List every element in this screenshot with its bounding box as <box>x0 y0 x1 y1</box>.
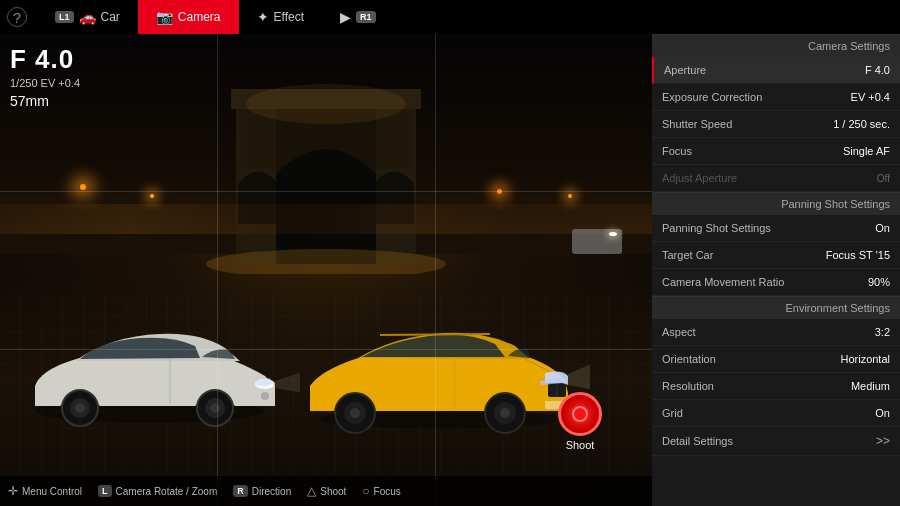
svg-point-7 <box>246 84 406 124</box>
svg-point-17 <box>210 403 220 413</box>
monument-svg <box>176 44 476 274</box>
hud: F 4.0 1/250 EV +0.4 57mm <box>10 44 80 109</box>
viewport: F 4.0 1/250 EV +0.4 57mm Shoot ✛ Menu Co… <box>0 34 652 506</box>
panning-shot-value: On <box>875 222 890 234</box>
focus-row[interactable]: Focus Single AF <box>652 138 900 165</box>
hint-direction: R Direction <box>233 485 291 497</box>
detail-settings-row[interactable]: Detail Settings >> <box>652 427 900 456</box>
grid-label: Grid <box>662 407 683 419</box>
street-light-right-1 <box>497 189 502 194</box>
car-icon: 🚗 <box>79 9 96 25</box>
right-panel: Camera Settings Aperture F 4.0 Exposure … <box>652 34 900 506</box>
shutter-value: 1 / 250 sec. <box>833 118 890 130</box>
street-light-left-2 <box>150 194 154 198</box>
hint-focus-label: Focus <box>374 486 401 497</box>
circle-icon: ○ <box>362 484 369 498</box>
grid-value: On <box>875 407 890 419</box>
focus-label: Focus <box>662 145 692 157</box>
yellow-car <box>290 311 590 451</box>
hint-shoot: △ Shoot <box>307 484 346 498</box>
tab-camera-label: Camera <box>178 10 221 24</box>
effect-icon: ✦ <box>257 9 269 25</box>
target-car-value: Focus ST '15 <box>826 249 890 261</box>
l1-badge: L1 <box>55 11 74 23</box>
camera-icon: 📷 <box>156 9 173 25</box>
hint-focus: ○ Focus <box>362 484 400 498</box>
aperture-label: Aperture <box>664 64 706 76</box>
white-car <box>20 316 300 446</box>
bottombar: ✛ Menu Control L Camera Rotate / Zoom R … <box>0 476 652 506</box>
aspect-row[interactable]: Aspect 3:2 <box>652 319 900 346</box>
exposure-row[interactable]: Exposure Correction EV +0.4 <box>652 84 900 111</box>
svg-point-25 <box>350 408 360 418</box>
panning-shot-label: Panning Shot Settings <box>662 222 771 234</box>
resolution-label: Resolution <box>662 380 714 392</box>
camera-settings-header: Camera Settings <box>652 34 900 57</box>
dpad-icon: ✛ <box>8 484 18 498</box>
orientation-label: Orientation <box>662 353 716 365</box>
camera-movement-value: 90% <box>868 276 890 288</box>
r1-badge: R1 <box>356 11 376 23</box>
shoot-circle <box>558 392 602 436</box>
panning-shot-row[interactable]: Panning Shot Settings On <box>652 215 900 242</box>
r1-arrow-icon: ▶ <box>340 9 351 25</box>
shoot-inner <box>572 406 588 422</box>
tab-car-label: Car <box>101 10 120 24</box>
l-button-icon: L <box>98 485 112 497</box>
shutter-label: Shutter Speed <box>662 118 732 130</box>
shoot-button[interactable]: Shoot <box>558 392 602 451</box>
grid-row[interactable]: Grid On <box>652 400 900 427</box>
hint-shoot-label: Shoot <box>320 486 346 497</box>
triangle-icon: △ <box>307 484 316 498</box>
aperture-value: F 4.0 <box>865 64 890 76</box>
r-button-icon: R <box>233 485 248 497</box>
hud-aperture: F 4.0 <box>10 44 80 75</box>
aspect-label: Aspect <box>662 326 696 338</box>
adjust-aperture-value: Off <box>877 173 890 184</box>
tab-effect[interactable]: ✦ Effect <box>239 0 322 34</box>
tab-r1[interactable]: ▶ R1 <box>322 0 394 34</box>
hint-menu: ✛ Menu Control <box>8 484 82 498</box>
environment-settings-header: Environment Settings <box>652 296 900 319</box>
orientation-row[interactable]: Orientation Horizontal <box>652 346 900 373</box>
panning-settings-header: Panning Shot Settings <box>652 192 900 215</box>
hint-menu-label: Menu Control <box>22 486 82 497</box>
shoot-label: Shoot <box>566 439 595 451</box>
background-traffic <box>542 224 622 264</box>
street-light-left-1 <box>80 184 86 190</box>
svg-point-18 <box>261 392 269 400</box>
orientation-value: Horizontal <box>840 353 890 365</box>
adjust-aperture-row[interactable]: Adjust Aperture Off <box>652 165 900 192</box>
svg-line-29 <box>380 334 490 335</box>
camera-movement-row[interactable]: Camera Movement Ratio 90% <box>652 269 900 296</box>
help-icon: ? <box>13 9 21 26</box>
resolution-value: Medium <box>851 380 890 392</box>
camera-movement-label: Camera Movement Ratio <box>662 276 784 288</box>
tab-camera[interactable]: 📷 Camera <box>138 0 239 34</box>
hud-focal-length: 57mm <box>10 93 80 109</box>
street-light-right-2 <box>568 194 572 198</box>
resolution-row[interactable]: Resolution Medium <box>652 373 900 400</box>
topbar: ? L1 🚗 Car 📷 Camera ✦ Effect ▶ R1 <box>0 0 900 34</box>
shutter-row[interactable]: Shutter Speed 1 / 250 sec. <box>652 111 900 138</box>
target-car-label: Target Car <box>662 249 713 261</box>
aspect-value: 3:2 <box>875 326 890 338</box>
hint-camera-label: Camera Rotate / Zoom <box>116 486 218 497</box>
tab-effect-label: Effect <box>274 10 304 24</box>
svg-point-28 <box>500 408 510 418</box>
exposure-value: EV +0.4 <box>851 91 890 103</box>
target-car-row[interactable]: Target Car Focus ST '15 <box>652 242 900 269</box>
detail-settings-arrow: >> <box>876 434 890 448</box>
aperture-row[interactable]: Aperture F 4.0 <box>652 57 900 84</box>
detail-settings-label: Detail Settings <box>662 435 733 447</box>
hud-sub-info: 1/250 EV +0.4 <box>10 77 80 89</box>
focus-value: Single AF <box>843 145 890 157</box>
exposure-label: Exposure Correction <box>662 91 762 103</box>
help-button[interactable]: ? <box>7 7 27 27</box>
svg-point-14 <box>75 403 85 413</box>
adjust-aperture-label: Adjust Aperture <box>662 172 737 184</box>
hint-direction-label: Direction <box>252 486 291 497</box>
hint-camera: L Camera Rotate / Zoom <box>98 485 217 497</box>
tab-car[interactable]: L1 🚗 Car <box>37 0 138 34</box>
